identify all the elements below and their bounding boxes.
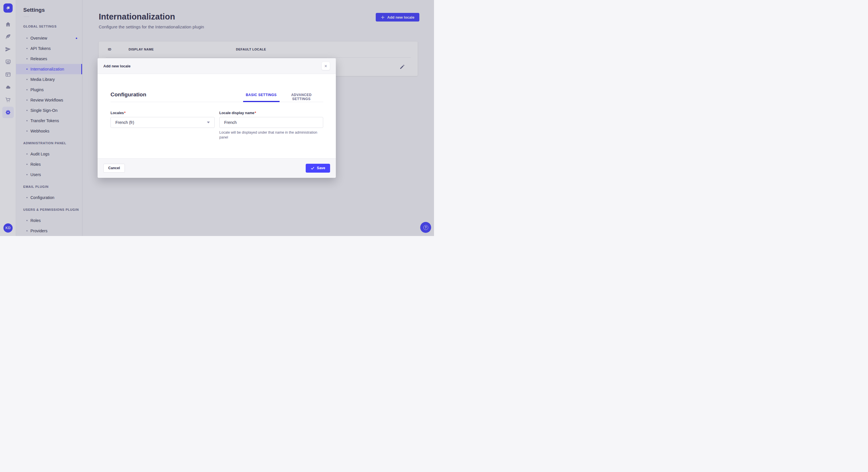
locales-select-value: French (fr) (115, 120, 207, 125)
configuration-heading: Configuration (111, 92, 146, 98)
required-asterisk: * (124, 111, 126, 115)
tabs-divider (111, 102, 323, 102)
modal-header: Add new locale ✕ (98, 58, 336, 74)
required-asterisk: * (255, 111, 256, 115)
modal-title: Add new locale (103, 64, 131, 68)
close-icon: ✕ (324, 64, 328, 68)
locales-label: Locales* (111, 111, 125, 115)
modal-footer: Cancel Save (98, 158, 336, 177)
locales-select[interactable]: French (fr) (111, 117, 215, 128)
cancel-button[interactable]: Cancel (103, 164, 125, 173)
display-name-helper-text: Locale will be displayed under that name… (219, 130, 326, 140)
chevron-down-icon (207, 122, 210, 123)
close-button[interactable]: ✕ (321, 62, 330, 70)
display-name-label: Locale display name* (219, 111, 256, 115)
check-icon (311, 166, 315, 170)
tab-basic-settings[interactable]: BASIC SETTINGS (246, 93, 277, 97)
modal-body: Configuration BASIC SETTINGS ADVANCED SE… (98, 74, 336, 158)
add-locale-modal: Add new locale ✕ Configuration BASIC SET… (98, 58, 336, 178)
display-name-input[interactable] (219, 117, 323, 128)
tab-advanced-settings[interactable]: ADVANCED SETTINGS (284, 93, 319, 101)
save-button[interactable]: Save (306, 164, 330, 173)
active-tab-underline (243, 101, 280, 102)
